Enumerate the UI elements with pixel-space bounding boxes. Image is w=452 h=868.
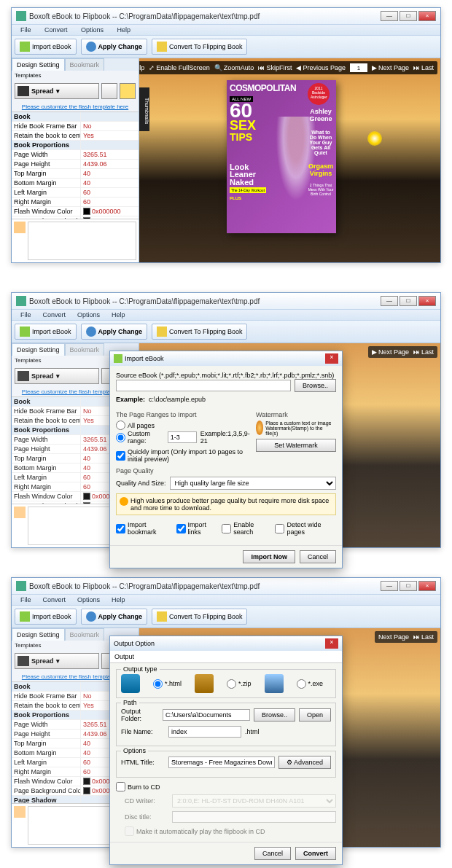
sidebar-tabs: Design Setting Bookmark <box>12 58 139 71</box>
customize-link[interactable]: Please customize the flash template here <box>12 102 139 112</box>
property-grid[interactable]: Book Hide Book Frame BarNo Retain the bo… <box>12 112 139 219</box>
spread-template-button[interactable]: Spread▾ <box>15 83 99 99</box>
burn-cd-checkbox[interactable]: Burn to CD <box>116 782 336 791</box>
skip-first-button[interactable]: ⏮ SkipFirst <box>258 64 292 71</box>
source-input[interactable] <box>116 380 291 391</box>
thumbnails-tab[interactable]: Thumbnails <box>139 87 149 131</box>
template-save-button[interactable] <box>120 83 136 99</box>
dialog-close-button[interactable]: × <box>325 638 338 649</box>
output-tab[interactable]: Output <box>110 651 342 663</box>
dialog-close-button[interactable]: × <box>325 353 338 364</box>
dialog-footer: Cancel Convert <box>110 842 342 864</box>
import-bookmark-checkbox[interactable]: Import bookmark <box>116 521 173 536</box>
help-button[interactable]: ? Help <box>139 64 144 71</box>
app-window-import: Boxoft eBook to Flipbook -- C:\ProgramDa… <box>11 292 441 548</box>
set-watermark-button[interactable]: Set Watermark <box>256 439 336 452</box>
cd-writer-select: 2:0:0,E: HL-DT-ST DVD-ROM DH40N A101 <box>172 794 336 808</box>
note-icon[interactable] <box>14 222 26 233</box>
menu-help[interactable]: Help <box>106 310 131 320</box>
quality-select[interactable]: High quality large file size <box>170 477 336 490</box>
source-label: Source eBook (*.pdf;*.epub;*.mobi;*.lit;… <box>116 372 336 379</box>
exe-icon <box>265 674 284 693</box>
tab-bookmark[interactable]: Bookmark <box>65 58 105 71</box>
template-browse-button[interactable] <box>101 83 117 99</box>
tab-design-setting[interactable]: Design Setting <box>12 58 65 71</box>
zip-radio[interactable]: *.zip <box>227 679 252 689</box>
minimize-button[interactable]: — <box>381 581 398 591</box>
exe-radio[interactable]: *.exe <box>297 679 324 689</box>
custom-range-radio[interactable]: Custom range: <box>116 430 164 445</box>
maximize-button[interactable]: □ <box>400 296 417 306</box>
menu-options[interactable]: Options <box>71 310 106 320</box>
close-button[interactable]: × <box>418 296 436 306</box>
last-page-button[interactable]: ⏭ Last <box>413 64 434 71</box>
sidebar: Design Setting Bookmark Templates Spread… <box>12 58 139 262</box>
convert-icon <box>157 611 167 622</box>
dialog-body: Output type *.html *.zip *.exe Path Outp… <box>110 663 342 842</box>
magazine-cover[interactable]: COSMOPOLITAN 2011 Bedside Astrologer Ash… <box>227 80 336 233</box>
quickly-import-checkbox[interactable]: Quickly import (Only import 10 pages to … <box>116 448 250 463</box>
fullscreen-button[interactable]: ⤢ Enable FullScreen <box>149 64 210 71</box>
menubar: FileConvertOptionsHelp <box>12 310 440 321</box>
convert-button[interactable]: Convert To Flipping Book <box>152 609 247 625</box>
next-page-button[interactable]: ▶ Next Page <box>372 64 409 71</box>
autoplay-checkbox: Make it automatically play the flipbook … <box>125 826 336 836</box>
convert-button[interactable]: Convert To Flipping Book <box>152 324 247 340</box>
enable-search-checkbox[interactable]: Enable search <box>222 521 271 536</box>
menu-help[interactable]: Help <box>112 25 137 35</box>
titlebar: Boxoft eBook to Flipbook -- C:\ProgramDa… <box>12 578 440 595</box>
page-number-input[interactable] <box>350 63 367 72</box>
cancel-button[interactable]: Cancel <box>254 847 291 860</box>
menu-options[interactable]: Options <box>75 25 109 35</box>
dialog-title: Import eBook <box>125 355 325 362</box>
group-book: Book <box>12 112 81 121</box>
browse-button[interactable]: Browse.. <box>254 708 295 722</box>
html-title-input[interactable] <box>168 756 275 768</box>
convert-button[interactable]: Convert To Flipping Book <box>152 39 247 55</box>
menu-options[interactable]: Options <box>71 595 106 605</box>
apply-change-button[interactable]: Apply Change <box>81 39 148 55</box>
maximize-button[interactable]: □ <box>400 11 417 21</box>
open-button[interactable]: Open <box>299 708 331 722</box>
zoom-button[interactable]: 🔍 ZoomAuto <box>214 64 254 71</box>
advanced-button[interactable]: ⚙ Advanced <box>278 756 331 769</box>
close-button[interactable]: × <box>418 11 436 21</box>
note-box[interactable] <box>28 222 136 260</box>
apply-change-button[interactable]: Apply Change <box>81 324 148 340</box>
menu-file[interactable]: File <box>15 310 37 320</box>
detect-wide-checkbox[interactable]: Detect wide pages <box>275 521 336 536</box>
import-ebook-button[interactable]: Import eBook <box>15 39 77 55</box>
window-title: Boxoft eBook to Flipbook -- C:\ProgramDa… <box>29 297 381 305</box>
cancel-button[interactable]: Cancel <box>300 550 336 563</box>
prev-page-button[interactable]: ◀ Previous Page <box>296 64 346 71</box>
preview-area[interactable]: ? Help ⤢ Enable FullScreen 🔍 ZoomAuto ⏮ … <box>139 58 440 262</box>
output-dialog: Output Option× Output Output type *.html… <box>109 636 343 865</box>
output-folder-input[interactable] <box>163 709 250 721</box>
app-window-main: Boxoft eBook to Flipbook -- C:\ProgramDa… <box>11 7 441 263</box>
output-type-group: Output type *.html *.zip *.exe <box>116 669 336 698</box>
file-name-input[interactable] <box>168 726 241 738</box>
all-pages-radio[interactable]: All pages <box>116 421 250 430</box>
menu-help[interactable]: Help <box>106 595 131 605</box>
menu-convert[interactable]: Convert <box>37 595 72 605</box>
menu-convert[interactable]: Convert <box>39 25 74 35</box>
import-now-button[interactable]: Import Now <box>243 550 295 563</box>
convert-confirm-button[interactable]: Convert <box>295 847 336 860</box>
import-ebook-button[interactable]: Import eBook <box>15 324 77 340</box>
menu-convert[interactable]: Convert <box>37 310 72 320</box>
book-icon <box>17 86 29 96</box>
maximize-button[interactable]: □ <box>400 581 417 591</box>
apply-change-button[interactable]: Apply Change <box>81 609 148 625</box>
menu-file[interactable]: File <box>15 595 37 605</box>
toolbar: Import eBook Apply Change Convert To Fli… <box>12 321 440 343</box>
custom-range-input[interactable] <box>168 431 197 443</box>
minimize-button[interactable]: — <box>381 11 398 21</box>
browse-button[interactable]: Browse.. <box>295 379 336 392</box>
menu-file[interactable]: File <box>15 25 37 35</box>
options-group: Options HTML Title:⚙ Advanced <box>116 751 336 778</box>
close-button[interactable]: × <box>418 581 436 591</box>
import-links-checkbox[interactable]: Import links <box>176 521 219 536</box>
html-radio[interactable]: *.html <box>153 679 182 689</box>
import-ebook-button[interactable]: Import eBook <box>15 609 77 625</box>
minimize-button[interactable]: — <box>381 296 398 306</box>
